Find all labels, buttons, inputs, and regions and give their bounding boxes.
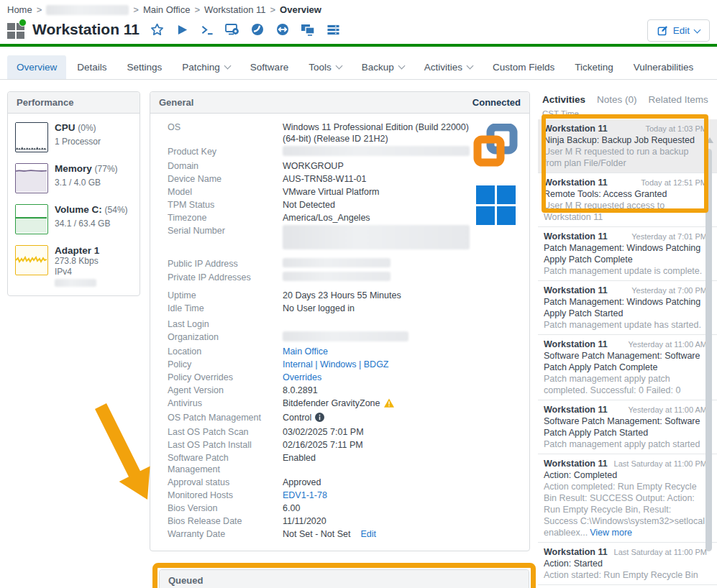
tab-vulnerabilities[interactable]: Vulnerabilities — [624, 55, 703, 79]
metric-detail: 273.8 Kbps — [55, 256, 99, 267]
activity-item: Workstation 11Last Saturday at 11:00 PMA… — [538, 454, 717, 543]
activity-description: Action completed: Run Empty Recycle Bin … — [544, 481, 707, 538]
activity-description-text: Action started: Run Empty Recycle Bin — [544, 570, 698, 580]
chevron-down-icon — [694, 26, 701, 33]
remote-screen-icon[interactable] — [225, 22, 239, 37]
redacted-value — [283, 146, 470, 156]
activity-header: Workstation 11Yesterday at 11:00 AM — [544, 339, 707, 350]
activity-title: Action: Started — [544, 558, 707, 569]
performance-item-adapter-1[interactable]: Adapter 1273.8 KbpsIPv4 — [15, 245, 132, 287]
edit-warranty-link[interactable]: Edit — [360, 529, 376, 539]
tab-activities[interactable]: Activities — [542, 94, 585, 105]
view-more-link[interactable]: View more — [590, 528, 632, 538]
field-value[interactable]: Overrides — [283, 372, 475, 383]
field-value[interactable]: EDV1-1-78 — [283, 490, 475, 501]
metric-detail: 34.1 / 63.4 GB — [55, 219, 128, 229]
field-value-text: 8.0.2891 — [283, 385, 318, 395]
field-value[interactable]: Internal | Windows | BDGZ — [283, 359, 475, 370]
field-value-text: 11/11/2020 — [283, 516, 326, 526]
performance-item-text: Memory (77%)3.1 / 4.0 GB — [55, 163, 118, 193]
tab-label: Activities — [424, 62, 462, 73]
activity-item: Workstation 11Yesterday at 7:00 PMPatch … — [538, 281, 717, 335]
edit-button-label: Edit — [673, 25, 690, 36]
activity-device: Workstation 11 — [544, 339, 608, 350]
field-value[interactable]: Main Office — [283, 346, 475, 357]
activity-title: Ninja Backup: Backup Job Requested — [544, 134, 707, 146]
favorite-star-icon[interactable] — [150, 22, 164, 37]
activity-title: Software Patch Management: Software Patc… — [544, 350, 707, 373]
metric-percent: (0%) — [78, 123, 96, 133]
terminal-icon[interactable] — [200, 22, 214, 37]
scrollbar-up-arrow[interactable] — [706, 137, 713, 143]
breadcrumb-device[interactable]: Workstation 11 — [204, 4, 266, 15]
tab-patching[interactable]: Patching — [173, 55, 239, 79]
activity-description: Patch management update is complete. — [544, 265, 707, 277]
general-row: DomainWORKGROUP — [168, 160, 519, 173]
performance-item-cpu[interactable]: CPU (0%)1 Processor — [15, 122, 132, 152]
field-label: Public IP Address — [168, 258, 283, 270]
scrollbar-thumb[interactable] — [705, 149, 712, 551]
general-row: OSWindows 11 Professional Edition (Build… — [168, 121, 519, 145]
metric-name: Memory — [55, 163, 92, 174]
middle-column: General Connected OSWindows 11 Professio… — [150, 91, 530, 588]
redacted-value — [283, 272, 391, 281]
activity-description-text: Patch management update has started. — [544, 320, 701, 330]
tab-software[interactable]: Software — [241, 55, 298, 79]
tab-label: Tools — [309, 62, 332, 73]
field-value: AUS-TRN58-W11-01 — [283, 173, 475, 185]
field-value-text: Control — [283, 413, 311, 423]
field-label: Serial Number — [168, 225, 283, 252]
field-value-text: 03/02/2025 7:01 PM — [283, 427, 364, 437]
tab-ticketing[interactable]: Ticketing — [565, 55, 623, 79]
tab-overview[interactable]: Overview — [7, 55, 66, 79]
tab-related-items[interactable]: Related Items — [649, 94, 708, 105]
breadcrumb-location[interactable]: Main Office — [143, 4, 191, 15]
field-label: Model — [168, 186, 283, 198]
edit-button[interactable]: Edit — [647, 19, 710, 42]
general-row: ModelVMware Virtual Platform — [168, 185, 519, 198]
tab-label: Software — [250, 62, 288, 73]
activity-device: Workstation 11 — [544, 231, 608, 242]
general-row: TPM StatusNot Detected — [168, 198, 519, 211]
connection-status-badge: Connected — [472, 97, 521, 108]
performance-item-volume-c-[interactable]: Volume C: (54%)34.1 / 63.4 GB — [15, 204, 132, 234]
field-label: Private IP Addresses — [168, 272, 283, 284]
warning-icon — [384, 398, 394, 410]
tab-tools[interactable]: Tools — [299, 55, 351, 79]
field-value — [283, 272, 475, 284]
field-value: Windows 11 Professional Edition (Build 2… — [283, 121, 475, 144]
tab-custom-fields[interactable]: Custom Fields — [483, 55, 564, 79]
field-label: Timezone — [168, 212, 283, 224]
timezone-note: CST Time — [538, 109, 717, 118]
activity-description: Patch management apply patch started — [544, 438, 707, 450]
performance-item-memory[interactable]: Memory (77%)3.1 / 4.0 GB — [15, 163, 132, 193]
field-label: OS Patch Management — [168, 412, 283, 425]
activity-title: Action: Completed — [544, 469, 707, 481]
general-row: Device NameAUS-TRN58-W11-01 — [168, 173, 519, 185]
dual-monitor-icon[interactable] — [301, 22, 315, 37]
chevron-down-icon — [467, 63, 474, 70]
breadcrumb-org-redacted — [46, 5, 129, 15]
field-value-text: Overrides — [283, 372, 321, 382]
run-icon[interactable] — [175, 22, 189, 37]
logs-icon[interactable] — [326, 22, 340, 37]
tab-notes[interactable]: Notes (0) — [597, 94, 637, 105]
field-value — [283, 318, 475, 330]
tab-details[interactable]: Details — [68, 55, 116, 79]
field-label: Idle Time — [168, 303, 283, 314]
splashtop-icon[interactable] — [250, 22, 265, 37]
tab-settings[interactable]: Settings — [118, 55, 172, 79]
field-label: Monitored Hosts — [168, 490, 283, 501]
activity-description: User M R requested access to Workstation… — [544, 200, 707, 223]
field-value-text: Internal | Windows | BDGZ — [283, 359, 389, 369]
field-value-text: 20 Days 23 Hours 55 Minutes — [283, 290, 401, 300]
breadcrumb-home[interactable]: Home — [7, 4, 32, 15]
activity-feed-tabs: Activities Notes (0) Related Items — [538, 93, 717, 109]
tab-backup[interactable]: Backup — [352, 55, 414, 79]
breadcrumb-separator: > — [270, 4, 276, 15]
tab-activities[interactable]: Activities — [415, 55, 482, 79]
redacted-value — [283, 331, 408, 341]
info-icon — [315, 413, 324, 425]
teamviewer-icon[interactable] — [275, 22, 290, 37]
general-panel-title: General — [159, 97, 193, 108]
